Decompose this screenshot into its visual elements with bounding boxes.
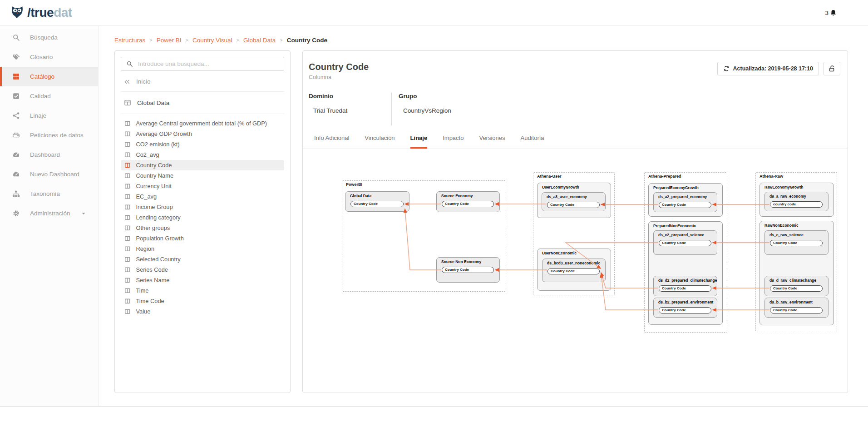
list-item[interactable]: Income Group <box>121 202 284 212</box>
list-item[interactable]: EC_avg <box>121 191 284 202</box>
lineage-table-node[interactable]: Source Non EconomyCountry Code <box>436 257 500 283</box>
tab-impacto[interactable]: Impacto <box>443 134 464 149</box>
updated-button[interactable]: Actualizada: 2019-05-28 17:10 <box>717 62 819 75</box>
sidebar-item-label: Taxonomía <box>30 190 60 197</box>
updated-label: Actualizada: 2019-05-28 17:10 <box>733 65 813 72</box>
structure-search <box>121 57 284 71</box>
list-item[interactable]: Average GDP Growth <box>121 129 284 139</box>
lineage-table-title: ds_d_raw_climatechange <box>765 276 828 283</box>
columns-icon <box>124 246 131 252</box>
lineage-subgroup-title: UserEconmyGrowth <box>538 183 611 189</box>
list-item[interactable]: Series Name <box>121 275 284 285</box>
tab-vinculacion[interactable]: Vinculación <box>365 134 395 149</box>
columns-icon <box>124 288 131 294</box>
breadcrumb-link[interactable]: Global Data <box>243 37 276 44</box>
top-bar: /truedat 3 <box>0 0 868 26</box>
lineage-subgroup-title: RawEconomyGrowth <box>760 183 833 189</box>
lineage-table-title: ds_a2_prepared_economy <box>654 193 717 199</box>
list-item[interactable]: Currency Unit <box>121 181 284 191</box>
tab-auditoria[interactable]: Auditoría <box>521 134 544 149</box>
list-item[interactable]: Region <box>121 244 284 254</box>
columns-icon <box>124 173 131 179</box>
back-to-home[interactable]: Inicio <box>121 71 284 92</box>
sidebar-item-glosario[interactable]: Glosario <box>0 47 98 67</box>
lineage-column-pill[interactable]: Country Code <box>659 285 711 292</box>
lineage-column-pill[interactable]: Country Code <box>659 202 711 208</box>
lineage-table-node[interactable]: ds_b_raw_environmentCountry Code <box>764 298 829 318</box>
lineage-group-label: Athena-Prepared <box>648 174 681 179</box>
lineage-table-node[interactable]: ds_c_raw_scienceCountry Code <box>764 230 829 255</box>
breadcrumb-link[interactable]: Power BI <box>157 37 182 44</box>
list-item[interactable]: Population Growth <box>121 233 284 244</box>
sidebar-item-nuevo-dashboard[interactable]: Nuevo Dashboard <box>0 164 98 184</box>
lineage-column-pill[interactable]: Country Code <box>770 285 823 292</box>
lineage-column-pill[interactable]: Country Code <box>547 268 600 274</box>
list-item-label: Other groups <box>136 224 170 231</box>
list-item[interactable]: Selected Country <box>121 254 284 264</box>
sidebar-item-catalogo[interactable]: Catálogo <box>0 67 98 86</box>
list-item[interactable]: Value <box>121 306 284 317</box>
sidebar-item-label: Dashboard <box>30 151 60 158</box>
lineage-column-pill[interactable]: Country Code <box>659 307 711 314</box>
tab-linaje[interactable]: Linaje <box>410 134 428 149</box>
tab-versiones[interactable]: Versiones <box>479 134 505 149</box>
parent-structure-item[interactable]: Global Data <box>121 92 284 114</box>
lineage-table-node[interactable]: Source EconomyCountry Code <box>436 191 500 212</box>
sidebar-item-taxonomia[interactable]: Taxonomía <box>0 184 98 204</box>
list-item[interactable]: Time Code <box>121 296 284 306</box>
list-item[interactable]: Lending category <box>121 212 284 223</box>
sidebar-item-label: Peticiones de datos <box>30 132 84 139</box>
breadcrumb-link[interactable]: Country Visual <box>192 37 232 44</box>
lineage-column-pill[interactable]: Country Code <box>547 202 600 208</box>
sidebar-item-administracion[interactable]: Administración <box>0 204 98 223</box>
sidebar-item-peticiones-de-datos[interactable]: Peticiones de datos <box>0 125 98 145</box>
search-input[interactable] <box>137 60 279 68</box>
tab-info-adicional[interactable]: Info Adicional <box>314 134 349 149</box>
lock-button[interactable] <box>824 62 840 75</box>
list-item[interactable]: CO2 emision (kt) <box>121 139 284 149</box>
lineage-table-node[interactable]: ds_c2_prepared_scienceCountry Code <box>653 230 717 255</box>
list-item[interactable]: Country Code <box>121 160 284 170</box>
breadcrumb-link[interactable]: Estructuras <box>114 37 145 44</box>
lineage-table-node[interactable]: ds_a3_user_economyCountry Code <box>542 192 606 211</box>
lineage-table-node[interactable]: ds_d2_prepared_climatechangeCountry Code <box>653 276 717 296</box>
lineage-column-pill[interactable]: Country Code <box>442 201 494 207</box>
list-item-label: Country Name <box>136 172 174 179</box>
bell-icon <box>829 9 837 17</box>
list-item-label: Country Code <box>136 162 172 169</box>
list-item-label: Lending category <box>136 214 181 221</box>
lineage-column-pill[interactable]: country code <box>770 201 823 208</box>
list-item[interactable]: Time <box>121 285 284 296</box>
lineage-group-label: PowerBI <box>346 182 362 187</box>
lineage-table-title: ds_a3_user_economy <box>542 193 605 199</box>
app-logo[interactable]: /truedat <box>9 5 72 21</box>
lineage-column-pill[interactable]: Country Code <box>770 240 823 246</box>
list-item-label: Co2_avg <box>136 151 159 158</box>
lineage-table-node[interactable]: ds_bcd3_user_noneconomicCountry Code <box>542 259 606 282</box>
lineage-column-pill[interactable]: Country Code <box>659 240 711 246</box>
list-item[interactable]: Average Central government debt total (%… <box>121 118 284 129</box>
notifications-button[interactable]: 3 <box>825 9 837 17</box>
lineage-group-label: Athena-Raw <box>760 174 783 179</box>
lineage-column-pill[interactable]: Country Code <box>350 201 404 207</box>
sidebar-item-busqueda[interactable]: Búsqueda <box>0 28 98 47</box>
sidebar-item-label: Administración <box>30 210 70 217</box>
lineage-table-node[interactable]: ds_d_raw_climatechangeCountry Code <box>764 276 829 296</box>
list-item[interactable]: Co2_avg <box>121 149 284 160</box>
list-item[interactable]: Series Code <box>121 264 284 275</box>
columns-icon <box>124 298 131 304</box>
sidebar-item-linaje[interactable]: Linaje <box>0 106 98 125</box>
lineage-column-pill[interactable]: Country Code <box>770 307 823 314</box>
sidebar-item-calidad[interactable]: Calidad <box>0 86 98 106</box>
list-item[interactable]: Other groups <box>121 223 284 233</box>
lineage-table-node[interactable]: ds_a_raw_economycountry code <box>764 192 829 211</box>
lineage-diagram: PowerBIAthena-UserAthena-PreparedAthena-… <box>339 170 840 334</box>
list-item[interactable]: Country Name <box>121 170 284 181</box>
lineage-column-pill[interactable]: Country Code <box>442 267 494 273</box>
lineage-table-node[interactable]: Global DataCountry Code <box>345 191 409 212</box>
columns-icon <box>124 152 131 158</box>
sidebar-item-dashboard[interactable]: Dashboard <box>0 145 98 164</box>
lineage-table-node[interactable]: ds_b2_prepared_environmentCountry Code <box>653 298 717 318</box>
structure-detail-card: Country Code Columna Actualizada: 2019-0… <box>302 50 848 393</box>
lineage-table-node[interactable]: ds_a2_prepared_economyCountry Code <box>653 192 717 212</box>
